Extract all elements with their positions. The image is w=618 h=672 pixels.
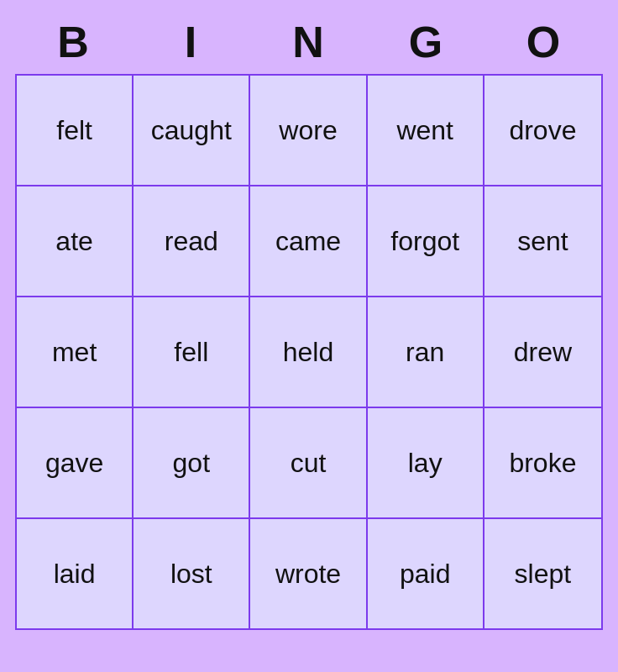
bingo-cell[interactable]: drew bbox=[484, 297, 601, 407]
bingo-cell[interactable]: ran bbox=[368, 297, 484, 407]
header-letter: I bbox=[137, 17, 246, 67]
bingo-cell[interactable]: caught bbox=[134, 76, 250, 185]
bingo-board: BINGO feltcaughtworewentdroveatereadcame… bbox=[15, 8, 603, 630]
bingo-cell[interactable]: drove bbox=[484, 76, 601, 185]
bingo-row: laidlostwrotepaidslept bbox=[17, 519, 601, 628]
bingo-cell[interactable]: gave bbox=[17, 408, 134, 517]
bingo-cell[interactable]: ate bbox=[17, 186, 134, 296]
bingo-header: BINGO bbox=[15, 8, 603, 74]
bingo-row: atereadcameforgotsent bbox=[17, 186, 601, 297]
bingo-grid: feltcaughtworewentdroveatereadcameforgot… bbox=[15, 74, 603, 630]
bingo-cell[interactable]: sent bbox=[484, 186, 601, 296]
bingo-cell[interactable]: paid bbox=[368, 519, 484, 628]
bingo-cell[interactable]: felt bbox=[17, 76, 134, 185]
bingo-cell[interactable]: lay bbox=[368, 408, 484, 517]
bingo-cell[interactable]: laid bbox=[17, 519, 134, 628]
bingo-row: metfellheldrandrew bbox=[17, 297, 601, 408]
bingo-cell[interactable]: came bbox=[250, 186, 367, 296]
header-letter: N bbox=[254, 17, 364, 67]
bingo-cell[interactable]: broke bbox=[484, 408, 601, 517]
header-letter: G bbox=[372, 17, 481, 67]
bingo-cell[interactable]: forgot bbox=[368, 186, 484, 296]
bingo-row: gavegotcutlaybroke bbox=[17, 408, 601, 519]
bingo-cell[interactable]: wore bbox=[250, 76, 367, 185]
bingo-cell[interactable]: wrote bbox=[250, 519, 367, 628]
bingo-row: feltcaughtworewentdrove bbox=[17, 76, 601, 186]
bingo-cell[interactable]: went bbox=[368, 76, 484, 185]
bingo-cell[interactable]: held bbox=[250, 297, 367, 407]
bingo-cell[interactable]: lost bbox=[134, 519, 250, 628]
bingo-cell[interactable]: got bbox=[134, 408, 250, 517]
header-letter: B bbox=[19, 17, 128, 67]
bingo-cell[interactable]: cut bbox=[250, 408, 367, 517]
bingo-cell[interactable]: read bbox=[134, 186, 250, 296]
bingo-cell[interactable]: fell bbox=[134, 297, 250, 407]
header-letter: O bbox=[490, 17, 599, 67]
bingo-cell[interactable]: slept bbox=[484, 519, 601, 628]
bingo-cell[interactable]: met bbox=[17, 297, 134, 407]
